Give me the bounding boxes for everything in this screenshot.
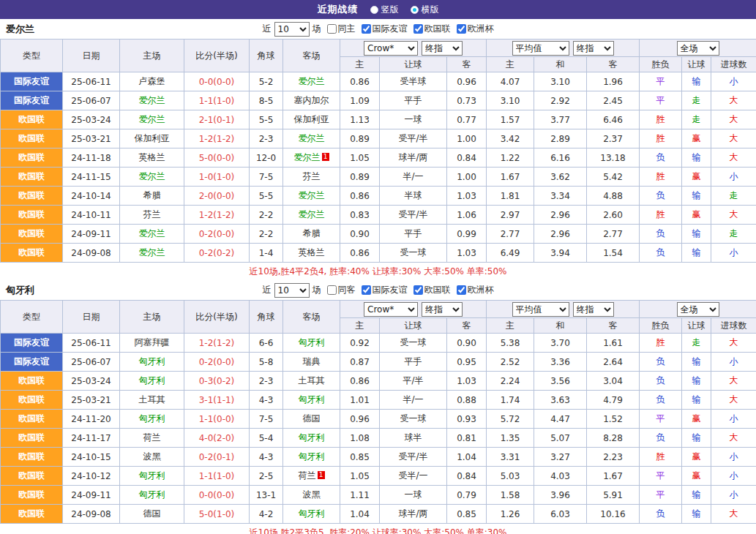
- team-link[interactable]: 爱尔兰: [294, 152, 321, 162]
- team-link[interactable]: 塞内加尔: [294, 95, 329, 105]
- bookmaker-select[interactable]: Crow*: [364, 302, 418, 317]
- league-friendly-checkbox[interactable]: [362, 24, 371, 34]
- result-outcome-cell: 负: [640, 244, 682, 263]
- league-type-cell: 欧国联: [1, 505, 63, 524]
- team-link[interactable]: 爱尔兰: [299, 209, 325, 219]
- team-link[interactable]: 匈牙利: [299, 394, 325, 405]
- corners-cell: 5-8: [250, 353, 283, 372]
- team-link[interactable]: 匈牙利: [299, 432, 325, 443]
- avg-home-cell: 5.03: [487, 467, 534, 486]
- team-link[interactable]: 爱尔兰: [139, 171, 165, 181]
- average-select[interactable]: 平均值: [512, 302, 569, 317]
- team-link[interactable]: 匈牙利: [299, 508, 325, 519]
- match-row: 国际友谊25-06-11卢森堡0-0(0-0)5-2爱尔兰0.86受半球0.96…: [1, 72, 756, 91]
- team-link[interactable]: 爱尔兰: [299, 190, 325, 200]
- final-odds-select[interactable]: 终指: [422, 302, 463, 317]
- recent-count-select[interactable]: 10: [274, 22, 310, 37]
- team-link[interactable]: 匈牙利: [139, 356, 165, 366]
- avg-away-cell: 1.67: [587, 467, 640, 486]
- vertical-radio[interactable]: 竖版: [370, 4, 399, 16]
- team-link[interactable]: 爱尔兰: [299, 76, 325, 86]
- team-link[interactable]: 爱尔兰: [139, 228, 165, 238]
- team-link[interactable]: 卢森堡: [139, 76, 165, 86]
- team-link[interactable]: 阿塞拜疆: [135, 337, 170, 347]
- result-goals-cell: 小: [711, 353, 756, 372]
- home-team-cell: 爱尔兰: [120, 168, 184, 187]
- team-link[interactable]: 匈牙利: [139, 375, 165, 386]
- league-filter-nations[interactable]: 欧国联: [411, 284, 451, 296]
- league-euro-checkbox[interactable]: [457, 285, 466, 295]
- average-select[interactable]: 平均值: [512, 41, 569, 56]
- team-link[interactable]: 波黑: [303, 489, 321, 500]
- radio-icon[interactable]: [370, 6, 378, 14]
- bookmaker-select[interactable]: Crow*: [364, 41, 418, 56]
- league-filter-friendly[interactable]: 国际友谊: [359, 23, 408, 35]
- radio-selected-icon[interactable]: [411, 6, 419, 14]
- league-euro-checkbox[interactable]: [457, 24, 466, 34]
- result-handicap-cell: 输: [682, 391, 711, 410]
- same-side-checkbox[interactable]: [327, 24, 337, 34]
- match-row: 欧国联24-10-14希腊2-0(0-0)5-5爱尔兰0.86半球1.031.8…: [1, 187, 756, 206]
- recent-count-select[interactable]: 10: [274, 283, 310, 298]
- team-link[interactable]: 匈牙利: [139, 413, 165, 424]
- league-filter-euro[interactable]: 欧洲杯: [454, 284, 494, 296]
- team-link[interactable]: 土耳其: [299, 375, 325, 386]
- final-odds-select-2[interactable]: 终指: [573, 302, 614, 317]
- league-friendly-checkbox[interactable]: [362, 285, 371, 295]
- result-outcome-cell: 负: [640, 429, 682, 448]
- team-link[interactable]: 芬兰: [303, 171, 321, 181]
- odds-handicap-cell: 平手: [380, 91, 447, 110]
- team-link[interactable]: 芬兰: [143, 209, 161, 219]
- col-avg-draw: 和: [534, 57, 587, 72]
- team-link[interactable]: 匈牙利: [139, 470, 165, 481]
- team-link[interactable]: 保加利亚: [294, 114, 329, 124]
- team-link[interactable]: 匈牙利: [299, 337, 325, 347]
- league-filter-euro[interactable]: 欧洲杯: [454, 23, 494, 35]
- team-link[interactable]: 荷兰: [143, 432, 161, 443]
- result-handicap-cell: 走: [682, 334, 711, 353]
- odds-home-cell: 0.87: [340, 353, 380, 372]
- team-link[interactable]: 土耳其: [139, 394, 165, 405]
- team-section-ireland: 爱尔兰 近 10 场 同主 国际友谊 欧国联 欧洲杯: [0, 19, 756, 280]
- team-link[interactable]: 爱尔兰: [299, 133, 325, 143]
- scope-select[interactable]: 全场: [677, 302, 719, 317]
- final-odds-select-2[interactable]: 终指: [573, 41, 614, 56]
- team-link[interactable]: 匈牙利: [299, 451, 325, 462]
- same-side-checkbox[interactable]: [327, 285, 337, 295]
- home-team-cell: 爱尔兰: [120, 244, 184, 263]
- same-side-filter[interactable]: 同客: [324, 284, 356, 296]
- team-link[interactable]: 爱尔兰: [139, 114, 165, 124]
- team-link[interactable]: 希腊: [143, 190, 161, 200]
- team-link[interactable]: 荷兰: [299, 470, 316, 481]
- team-link[interactable]: 德国: [143, 508, 161, 519]
- col-avg-home: 主: [487, 57, 534, 72]
- result-goals-cell: 大: [711, 206, 756, 225]
- team-link[interactable]: 瑞典: [303, 356, 321, 366]
- team-link[interactable]: 爱尔兰: [139, 95, 165, 105]
- final-odds-select[interactable]: 终指: [422, 41, 463, 56]
- league-nations-checkbox[interactable]: [413, 285, 423, 295]
- odds-away-cell: 1.00: [447, 168, 487, 187]
- league-nations-checkbox[interactable]: [413, 24, 423, 34]
- team-link[interactable]: 保加利亚: [135, 133, 170, 143]
- team-link[interactable]: 英格兰: [299, 247, 325, 257]
- same-side-filter[interactable]: 同主: [324, 23, 356, 35]
- col-corners: 角球: [250, 40, 283, 72]
- team-link[interactable]: 英格兰: [139, 152, 165, 162]
- scope-select[interactable]: 全场: [677, 41, 719, 56]
- result-handicap-cell: 赢: [682, 467, 711, 486]
- horizontal-radio[interactable]: 横版: [411, 4, 439, 16]
- team-link[interactable]: 希腊: [303, 228, 321, 238]
- result-outcome-cell: 胜: [640, 448, 682, 467]
- avg-away-cell: 4.79: [587, 391, 640, 410]
- league-filter-nations[interactable]: 欧国联: [411, 23, 451, 35]
- odds-handicap-cell: 受一球: [380, 244, 447, 263]
- team-link[interactable]: 匈牙利: [139, 489, 165, 500]
- team-link[interactable]: 波黑: [143, 451, 161, 462]
- league-type-cell: 欧国联: [1, 467, 63, 486]
- team-link[interactable]: 德国: [303, 413, 321, 424]
- league-filter-friendly[interactable]: 国际友谊: [359, 284, 408, 296]
- avg-home-cell: 2.24: [487, 372, 534, 391]
- team-link[interactable]: 爱尔兰: [139, 247, 165, 257]
- league-type-cell: 国际友谊: [1, 353, 63, 372]
